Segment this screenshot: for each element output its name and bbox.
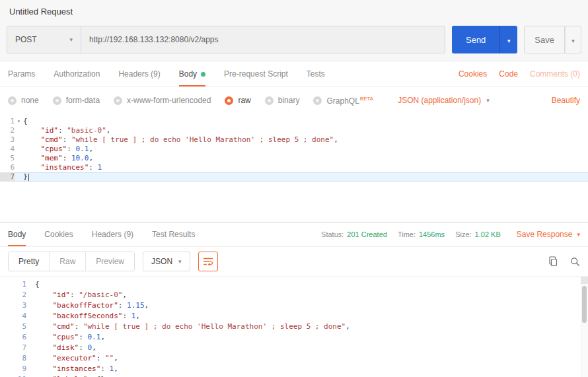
line-number: 4	[0, 145, 15, 154]
radio-selected-icon	[225, 96, 233, 105]
radio-label: none	[21, 96, 39, 105]
body-mode-form-data[interactable]: form-data	[53, 96, 100, 105]
body-mode-binary[interactable]: binary	[265, 96, 300, 105]
view-preview-button[interactable]: Preview	[85, 252, 134, 271]
radio-icon	[53, 96, 61, 105]
response-body-editor[interactable]: 1{2 "id": "/basic-0",3 "backoffFactor": …	[0, 279, 588, 377]
line-number: 10	[0, 374, 26, 377]
beta-badge: BETA	[360, 96, 373, 102]
line-number: 5	[0, 154, 15, 163]
code-text: "backoffFactor": 1.15,	[35, 300, 149, 311]
radio-label: raw	[238, 96, 250, 105]
tab-authorization[interactable]: Authorization	[54, 61, 100, 86]
line-number: 7	[0, 343, 26, 353]
code-line[interactable]: 4 "cpus": 0.1,	[0, 145, 588, 154]
request-body-editor[interactable]: 1▾{2 "id": "basic-0",3 "cmd": "while [ t…	[0, 114, 588, 223]
tab-tests[interactable]: Tests	[307, 61, 325, 86]
body-mode-none[interactable]: none	[8, 96, 39, 105]
view-raw-button[interactable]: Raw	[49, 252, 85, 271]
status-label: Status:	[321, 230, 344, 238]
line-number: 3	[0, 300, 26, 311]
size-value: 1.02 KB	[475, 230, 501, 238]
code-line[interactable]: 6 "instances": 1	[0, 163, 588, 172]
radio-icon	[114, 96, 122, 105]
code-line[interactable]: 1▾{	[0, 117, 588, 126]
send-options-button[interactable]: ▾	[499, 26, 517, 53]
code-line[interactable]: 7 "disk": 0,	[0, 343, 588, 353]
code-text: "cpus": 0.1,	[35, 332, 105, 343]
request-tabs: Params Authorization Headers (9) Body Pr…	[0, 61, 588, 87]
tab-body-label: Body	[179, 69, 197, 79]
code-text: "id": "/basic-0",	[35, 290, 127, 300]
response-body-panel: 1{2 "id": "/basic-0",3 "backoffFactor": …	[0, 277, 588, 377]
code-line[interactable]: 3 "backoffFactor": 1.15,	[0, 300, 588, 311]
tab-params[interactable]: Params	[8, 61, 35, 86]
code-line[interactable]: 8 "executor": "",	[0, 353, 588, 364]
code-line[interactable]: 6 "cpus": 0.1,	[0, 332, 588, 343]
code-line[interactable]: 2 "id": "basic-0",	[0, 126, 588, 135]
cookies-link[interactable]: Cookies	[459, 69, 487, 79]
code-text: }	[23, 172, 28, 182]
comments-link[interactable]: Comments (0)	[530, 69, 580, 79]
send-button[interactable]: Send	[452, 26, 499, 53]
save-button[interactable]: Save	[524, 26, 565, 53]
scrollbar-thumb[interactable]	[582, 286, 587, 323]
chevron-down-icon: ▾	[178, 259, 182, 265]
radio-icon	[8, 96, 17, 105]
code-line[interactable]: 5 "cmd": "while [ true ] ; do echo 'Hell…	[0, 322, 588, 332]
line-number: 1	[0, 117, 15, 126]
method-select[interactable]: POST ▾	[7, 26, 81, 53]
line-number: 2	[0, 290, 26, 300]
view-pretty-button[interactable]: Pretty	[9, 252, 49, 271]
code-text: "id": "basic-0",	[23, 126, 110, 135]
code-line[interactable]: 1{	[0, 279, 588, 290]
response-language-select[interactable]: JSON ▾	[143, 252, 190, 271]
code-link[interactable]: Code	[499, 69, 518, 79]
code-line[interactable]: 3 "cmd": "while [ true ] ; do echo 'Hell…	[0, 135, 588, 145]
url-input[interactable]	[81, 26, 445, 53]
body-mode-graphql[interactable]: GraphQLBETA	[313, 96, 373, 106]
response-tab-headers[interactable]: Headers (9)	[92, 223, 133, 246]
language-label: JSON	[151, 257, 172, 266]
line-number: 1	[0, 279, 26, 290]
body-mode-urlencoded[interactable]: x-www-form-urlencoded	[114, 96, 211, 105]
beautify-link[interactable]: Beautify	[552, 96, 580, 105]
response-scrollbar[interactable]	[581, 277, 588, 377]
code-text: "cmd": "while [ true ] ; do echo 'Hello …	[23, 135, 338, 145]
copy-icon	[548, 256, 558, 267]
tab-headers[interactable]: Headers (9)	[118, 61, 160, 86]
radio-icon	[265, 96, 274, 105]
code-line[interactable]: 5 "mem": 10.0,	[0, 154, 588, 163]
body-mode-raw[interactable]: raw	[225, 96, 250, 105]
wrap-lines-button[interactable]	[198, 252, 218, 271]
response-tab-cookies[interactable]: Cookies	[44, 223, 73, 246]
code-line[interactable]: 10 "labels": {},	[0, 374, 588, 377]
code-line[interactable]: 2 "id": "/basic-0",	[0, 290, 588, 300]
code-line[interactable]: 7}	[0, 172, 588, 182]
content-type-select[interactable]: JSON (application/json) ▾	[398, 96, 490, 105]
content-type-label: JSON (application/json)	[398, 96, 481, 105]
time-value: 1456ms	[419, 230, 445, 238]
code-text: "backoffSeconds": 1,	[35, 311, 140, 322]
response-tab-body[interactable]: Body	[8, 223, 26, 246]
code-text: "labels": {},	[35, 374, 110, 377]
tab-pre-request-script[interactable]: Pre-request Script	[224, 61, 288, 86]
save-response-label: Save Response	[517, 230, 573, 239]
line-number: 4	[0, 311, 26, 322]
code-line[interactable]: 9 "instances": 1,	[0, 364, 588, 374]
scrollbar-top-button[interactable]	[581, 277, 588, 284]
line-number: 7	[0, 172, 15, 182]
tab-body[interactable]: Body	[179, 61, 205, 86]
chevron-down-icon: ▾	[577, 232, 580, 238]
body-filled-indicator	[201, 72, 205, 77]
code-line[interactable]: 4 "backoffSeconds": 1,	[0, 311, 588, 322]
save-options-button[interactable]: ▾	[565, 26, 581, 53]
body-mode-row: none form-data x-www-form-urlencoded raw…	[0, 87, 588, 114]
response-tab-test-results[interactable]: Test Results	[152, 223, 195, 246]
fold-caret-icon[interactable]: ▾	[15, 117, 23, 126]
copy-response-button[interactable]	[548, 256, 558, 267]
search-response-button[interactable]	[570, 257, 580, 267]
save-response-button[interactable]: Save Response ▾	[517, 230, 580, 239]
response-toolbar: Pretty Raw Preview JSON ▾	[0, 247, 588, 277]
radio-label: binary	[278, 96, 300, 105]
